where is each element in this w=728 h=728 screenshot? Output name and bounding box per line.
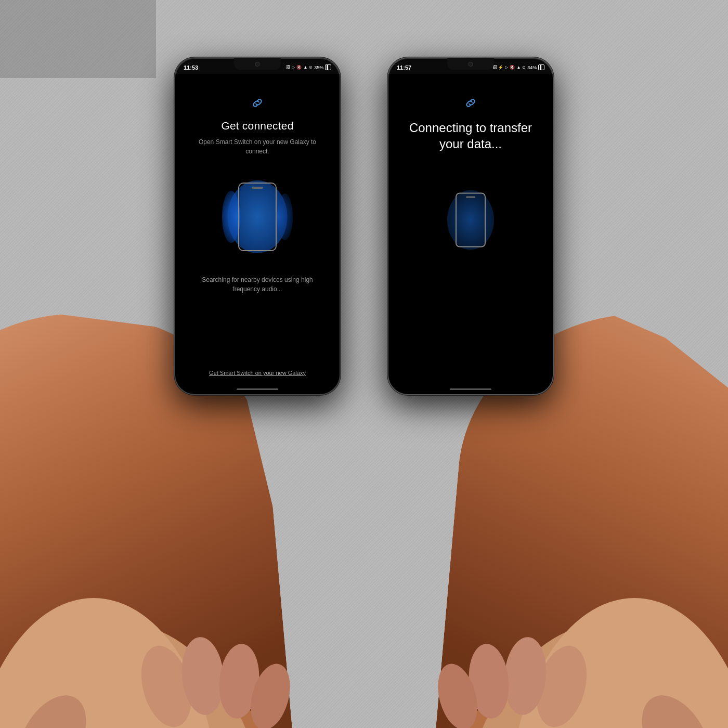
left-camera <box>255 62 260 67</box>
left-search-text: Searching for nearby devices using high … <box>184 275 331 294</box>
right-title: Connecting to transfer your data... <box>397 120 544 152</box>
left-title: Get connected <box>221 120 293 132</box>
left-screen: Get connected Open Smart Switch on your … <box>175 74 340 394</box>
left-mute-icon: 🔇 <box>296 65 302 70</box>
right-phone-graphic <box>434 172 507 268</box>
left-device-notch <box>252 187 263 189</box>
left-wave-left <box>222 191 240 243</box>
right-battery-icon: ▌ <box>538 64 544 70</box>
right-time: 11:57 <box>397 64 411 71</box>
right-alarm-icon: ⊙ <box>522 65 526 70</box>
phones-container: 11:53 🖼 ▷ 🔇 ▲ ⊙ 35% ▌ Get connected <box>174 57 554 395</box>
left-phone-graphic <box>221 168 294 265</box>
right-link-icon <box>462 95 479 111</box>
left-time: 11:53 <box>184 64 198 71</box>
right-home-indicator <box>450 388 491 390</box>
left-wave-right <box>277 193 293 240</box>
right-screen: Connecting to transfer your data... <box>388 74 553 394</box>
right-cast-icon: ▷ <box>505 65 508 70</box>
left-alarm-icon: ⊙ <box>309 65 313 70</box>
left-battery-icon: ▌ <box>325 64 331 70</box>
right-battery: 34% <box>527 65 537 70</box>
left-status-icons: 🖼 ▷ 🔇 ▲ ⊙ 35% ▌ <box>286 64 331 70</box>
left-link-icon <box>249 95 266 111</box>
left-graphic-device <box>238 183 277 251</box>
right-mute-icon: 🔇 <box>510 65 515 70</box>
left-phone-notch <box>234 58 281 70</box>
right-device-notch <box>466 196 475 198</box>
right-phone-notch <box>447 58 494 70</box>
phone-right: 11:57 🖼 ⚡ ▷ 🔇 ▲ ⊙ 34% ▌ Conne <box>387 57 554 395</box>
left-photo-icon: 🖼 <box>286 65 290 70</box>
right-graphic-device <box>456 192 486 247</box>
left-cast-icon: ▷ <box>292 65 295 70</box>
right-wifi-icon: ▲ <box>516 65 521 70</box>
left-wifi-icon: ▲ <box>303 65 307 70</box>
right-camera <box>469 62 473 67</box>
left-battery: 35% <box>314 65 323 70</box>
left-subtitle: Open Smart Switch on your new Galaxy to … <box>184 137 331 156</box>
left-home-indicator <box>237 388 278 390</box>
right-usb-icon: ⚡ <box>498 65 503 70</box>
phone-left: 11:53 🖼 ▷ 🔇 ▲ ⊙ 35% ▌ Get connected <box>174 57 341 395</box>
left-bottom-link[interactable]: Get Smart Switch on your new Galaxy <box>209 370 306 376</box>
right-status-icons: 🖼 ⚡ ▷ 🔇 ▲ ⊙ 34% ▌ <box>492 64 544 70</box>
